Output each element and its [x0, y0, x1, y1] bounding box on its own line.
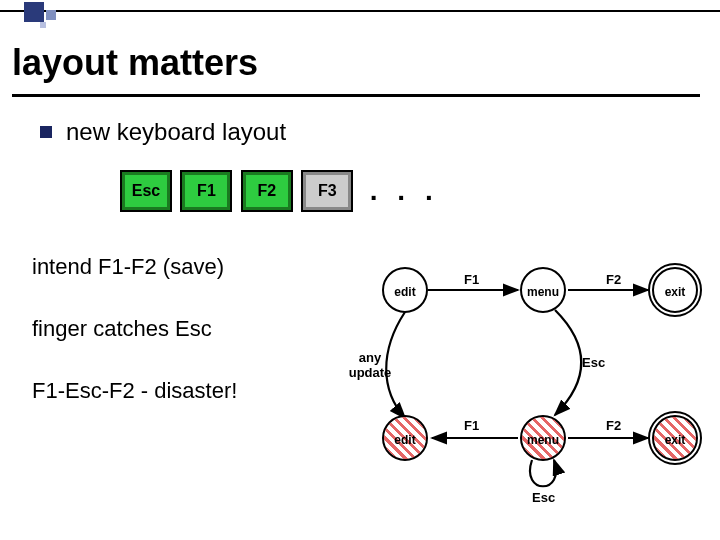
decor-square-small: [40, 22, 46, 28]
state-edit-bottom: edit: [382, 415, 428, 461]
edge-label-any-update: any update: [340, 350, 400, 380]
state-menu-top: menu: [520, 267, 566, 313]
decor-square-large: [24, 2, 44, 22]
body-line-1: intend F1-F2 (save): [32, 254, 224, 280]
slide-title: layout matters: [12, 42, 258, 84]
bullet-1-text: new keyboard layout: [66, 118, 286, 145]
title-accent-bar: [0, 10, 720, 38]
bullet-row-1: new keyboard layout: [40, 118, 286, 146]
key-f1: F1: [180, 170, 232, 212]
title-underline: [12, 94, 700, 97]
state-menu-bottom: menu: [520, 415, 566, 461]
edge-label-f2-top: F2: [606, 272, 621, 287]
key-f2: F2: [241, 170, 293, 212]
bullet-square-icon: [40, 126, 52, 138]
edge-label-f2-bot: F2: [606, 418, 621, 433]
decor-square-med: [46, 10, 56, 20]
edge-label-esc-mid: Esc: [582, 355, 605, 370]
state-exit-top: exit: [652, 267, 698, 313]
state-diagram: edit menu exit edit menu exit F1 F2 any …: [360, 250, 710, 510]
body-line-3: F1-Esc-F2 - disaster!: [32, 378, 237, 404]
key-f3: F3: [301, 170, 353, 212]
edge-label-f1-bot: F1: [464, 418, 479, 433]
edge-label-esc-bot: Esc: [532, 490, 555, 505]
edge-label-f1-top: F1: [464, 272, 479, 287]
keys-ellipsis: . . .: [370, 175, 439, 207]
keyboard-row: Esc F1 F2 F3 . . .: [120, 170, 439, 212]
state-edit-top: edit: [382, 267, 428, 313]
body-line-2: finger catches Esc: [32, 316, 212, 342]
state-exit-bottom: exit: [652, 415, 698, 461]
key-esc: Esc: [120, 170, 172, 212]
